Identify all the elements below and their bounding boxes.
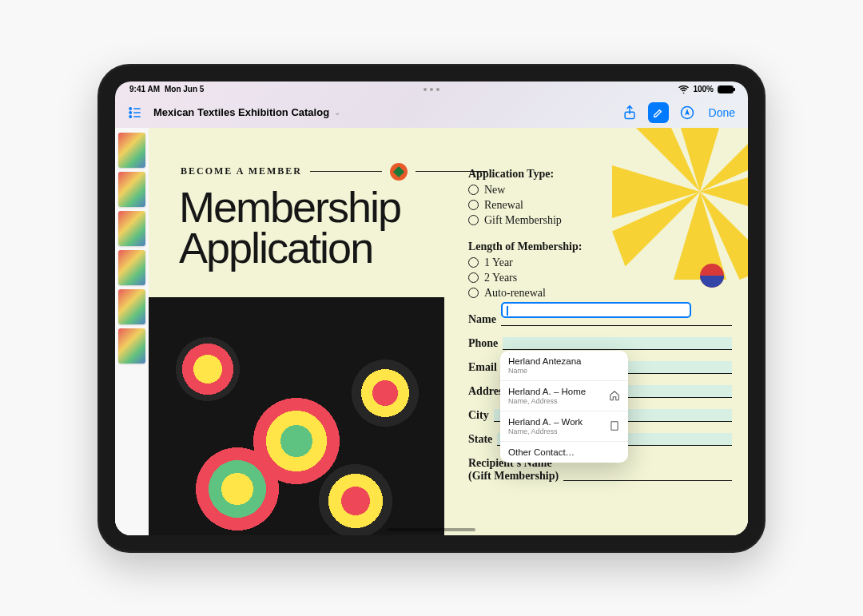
autofill-item-home[interactable]: Herland A. – Home Name, Address <box>500 381 628 411</box>
radio-gift[interactable]: Gift Membership <box>468 214 732 227</box>
ipad-device-frame: 9:41 AM Mon Jun 5 100% Mexican Textiles … <box>97 64 766 553</box>
field-phone[interactable]: Phone <box>468 337 732 350</box>
document-title[interactable]: Mexican Textiles Exhibition Catalog ⌄ <box>153 106 340 118</box>
autofill-item-work[interactable]: Herland A. – Work Name, Address <box>500 411 628 442</box>
thumbnail[interactable] <box>118 250 145 285</box>
home-icon <box>609 390 620 401</box>
building-icon <box>609 420 620 431</box>
svg-point-1 <box>129 111 131 113</box>
status-date: Mon Jun 5 <box>165 85 204 93</box>
wifi-icon <box>678 85 689 93</box>
radio-2years[interactable]: 2 Years <box>468 272 732 284</box>
content-area: BECOME A MEMBER Membership Application A… <box>115 128 748 535</box>
status-bar: 9:41 AM Mon Jun 5 100% <box>115 81 748 97</box>
length-heading: Length of Membership: <box>468 240 732 253</box>
screen: 9:41 AM Mon Jun 5 100% Mexican Textiles … <box>115 81 748 535</box>
name-text-input[interactable] <box>501 302 691 318</box>
autofill-other-contact[interactable]: Other Contact… <box>500 442 628 463</box>
home-indicator[interactable] <box>388 528 475 531</box>
radio-auto[interactable]: Auto-renewal <box>468 287 732 300</box>
autofill-item-self[interactable]: Herland Antezana Name <box>500 351 628 381</box>
field-name[interactable]: Name <box>468 313 732 326</box>
radio-1year[interactable]: 1 Year <box>468 256 732 269</box>
done-button[interactable]: Done <box>706 106 738 119</box>
svg-rect-19 <box>611 422 618 431</box>
autofill-popover: Herland Antezana Name Herland A. – Home … <box>500 351 628 463</box>
chevron-down-icon: ⌄ <box>334 108 340 117</box>
search-icon[interactable] <box>677 102 698 123</box>
page-thumbnails[interactable] <box>115 128 149 535</box>
thumbnail[interactable] <box>118 172 145 207</box>
radio-new[interactable]: New <box>468 184 732 197</box>
svg-point-2 <box>129 115 131 117</box>
thumbnail[interactable] <box>118 328 145 364</box>
radio-renewal[interactable]: Renewal <box>468 199 732 212</box>
textile-artwork <box>149 297 444 535</box>
thumbnail[interactable] <box>118 289 145 324</box>
multitask-indicator[interactable] <box>424 88 439 91</box>
svg-point-0 <box>129 107 131 109</box>
thumbnail[interactable] <box>118 211 145 246</box>
page-canvas[interactable]: BECOME A MEMBER Membership Application A… <box>149 128 748 535</box>
app-type-heading: Application Type: <box>468 168 732 181</box>
thumbnail[interactable] <box>118 133 145 168</box>
decorative-orb-icon <box>390 163 408 181</box>
battery-percent: 100% <box>693 85 714 93</box>
status-time: 9:41 AM <box>129 85 160 93</box>
headline: Membership Application <box>179 187 400 269</box>
become-member-row: BECOME A MEMBER <box>181 163 487 181</box>
share-icon[interactable] <box>619 102 640 123</box>
markup-button[interactable] <box>648 102 669 123</box>
sidebar-toggle-icon[interactable] <box>125 102 145 123</box>
battery-icon <box>718 85 734 93</box>
toolbar: Mexican Textiles Exhibition Catalog ⌄ Do… <box>115 97 748 128</box>
